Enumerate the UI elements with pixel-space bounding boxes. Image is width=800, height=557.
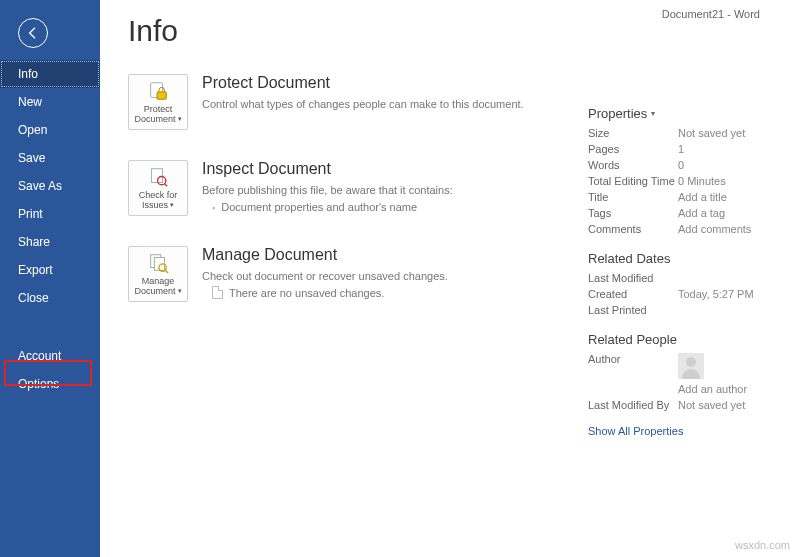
manage-note: There are no unsaved changes. bbox=[202, 285, 448, 302]
backstage-main: Document21 - Word Info Protect Document▾… bbox=[100, 0, 800, 557]
related-people-heading: Related People bbox=[588, 332, 778, 347]
prop-tags[interactable]: TagsAdd a tag bbox=[588, 207, 778, 219]
avatar-placeholder-icon bbox=[678, 353, 704, 379]
people-last-modified-by: Last Modified ByNot saved yet bbox=[588, 399, 778, 411]
chevron-down-icon: ▾ bbox=[651, 109, 655, 118]
protect-document-button[interactable]: Protect Document▾ bbox=[128, 74, 188, 130]
properties-panel: Properties▾ SizeNot saved yet Pages1 Wor… bbox=[588, 106, 778, 437]
back-arrow-icon bbox=[25, 25, 41, 41]
svg-rect-1 bbox=[157, 92, 166, 99]
prop-pages: Pages1 bbox=[588, 143, 778, 155]
back-button[interactable] bbox=[18, 18, 48, 48]
backstage-sidebar: Info New Open Save Save As Print Share E… bbox=[0, 0, 100, 557]
prop-size: SizeNot saved yet bbox=[588, 127, 778, 139]
manage-document-button[interactable]: Manage Document▾ bbox=[128, 246, 188, 302]
manage-doc-icon bbox=[147, 252, 169, 274]
show-all-properties-link[interactable]: Show All Properties bbox=[588, 425, 683, 437]
window-title: Document21 - Word bbox=[662, 8, 760, 20]
inspect-desc: Before publishing this file, be aware th… bbox=[202, 182, 453, 199]
check-for-issues-button[interactable]: Check for Issues▾ bbox=[128, 160, 188, 216]
sidebar-item-open[interactable]: Open bbox=[0, 116, 100, 144]
prop-editing-time: Total Editing Time0 Minutes bbox=[588, 175, 778, 187]
people-author[interactable]: Author Add an author bbox=[588, 353, 778, 395]
prop-comments[interactable]: CommentsAdd comments bbox=[588, 223, 778, 235]
inspect-bullet-1: Document properties and author's name bbox=[202, 199, 453, 216]
date-last-printed: Last Printed bbox=[588, 304, 778, 316]
prop-words: Words0 bbox=[588, 159, 778, 171]
watermark: wsxdn.com bbox=[735, 539, 790, 551]
document-icon bbox=[212, 286, 223, 299]
related-dates-heading: Related Dates bbox=[588, 251, 778, 266]
svg-line-4 bbox=[164, 183, 167, 186]
manage-heading: Manage Document bbox=[202, 246, 448, 264]
sidebar-item-save-as[interactable]: Save As bbox=[0, 172, 100, 200]
sidebar-item-new[interactable]: New bbox=[0, 88, 100, 116]
properties-heading[interactable]: Properties▾ bbox=[588, 106, 778, 121]
protect-heading: Protect Document bbox=[202, 74, 524, 92]
manage-desc: Check out document or recover unsaved ch… bbox=[202, 268, 448, 285]
tile-label: Manage Document▾ bbox=[129, 277, 187, 297]
sidebar-item-options[interactable]: Options bbox=[0, 370, 100, 398]
tile-label: Check for Issues▾ bbox=[129, 191, 187, 211]
sidebar-item-account[interactable]: Account bbox=[0, 342, 100, 370]
sidebar-item-save[interactable]: Save bbox=[0, 144, 100, 172]
lock-shield-icon bbox=[147, 80, 169, 102]
sidebar-item-close[interactable]: Close bbox=[0, 284, 100, 312]
sidebar-item-info[interactable]: Info bbox=[0, 60, 100, 88]
protect-desc: Control what types of changes people can… bbox=[202, 96, 524, 113]
svg-line-8 bbox=[165, 270, 168, 273]
sidebar-item-print[interactable]: Print bbox=[0, 200, 100, 228]
date-last-modified: Last Modified bbox=[588, 272, 778, 284]
prop-title[interactable]: TitleAdd a title bbox=[588, 191, 778, 203]
tile-label: Protect Document▾ bbox=[129, 105, 187, 125]
inspect-doc-icon bbox=[147, 166, 169, 188]
sidebar-item-export[interactable]: Export bbox=[0, 256, 100, 284]
date-created: CreatedToday, 5:27 PM bbox=[588, 288, 778, 300]
inspect-heading: Inspect Document bbox=[202, 160, 453, 178]
sidebar-item-share[interactable]: Share bbox=[0, 228, 100, 256]
